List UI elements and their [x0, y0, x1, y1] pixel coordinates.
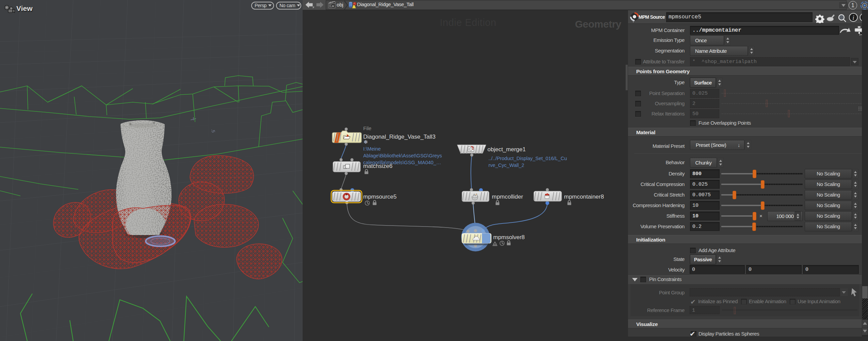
svg-text:object_merge1: object_merge1: [487, 146, 526, 153]
svg-text:rve_Cyc_Wall_2: rve_Cyc_Wall_2: [488, 162, 524, 168]
svg-text:File: File: [363, 125, 371, 131]
svg-text:Ablage\Bibliothek\Asset\GSG\Gr: Ablage\Bibliothek\Asset\GSG\Greys: [363, 153, 442, 158]
svg-text:mpmcollider: mpmcollider: [492, 193, 523, 200]
svg-text:i: i: [852, 14, 854, 21]
svg-text:matchsize6: matchsize6: [363, 163, 392, 169]
svg-text:I:\Meine: I:\Meine: [363, 146, 381, 152]
svg-text:mpmsolver8: mpmsolver8: [493, 234, 525, 241]
svg-text:../../Product_Display_Set_016/: ../../Product_Display_Set_016/L_Cu: [488, 156, 567, 161]
svg-text:❄: ❄: [364, 139, 368, 145]
svg-text:Diagonal_Ridge_Vase_Tall3: Diagonal_Ridge_Vase_Tall3: [363, 134, 435, 140]
svg-text:mpmcontainer8: mpmcontainer8: [564, 193, 604, 200]
svg-text:mpmsource5: mpmsource5: [363, 193, 397, 200]
